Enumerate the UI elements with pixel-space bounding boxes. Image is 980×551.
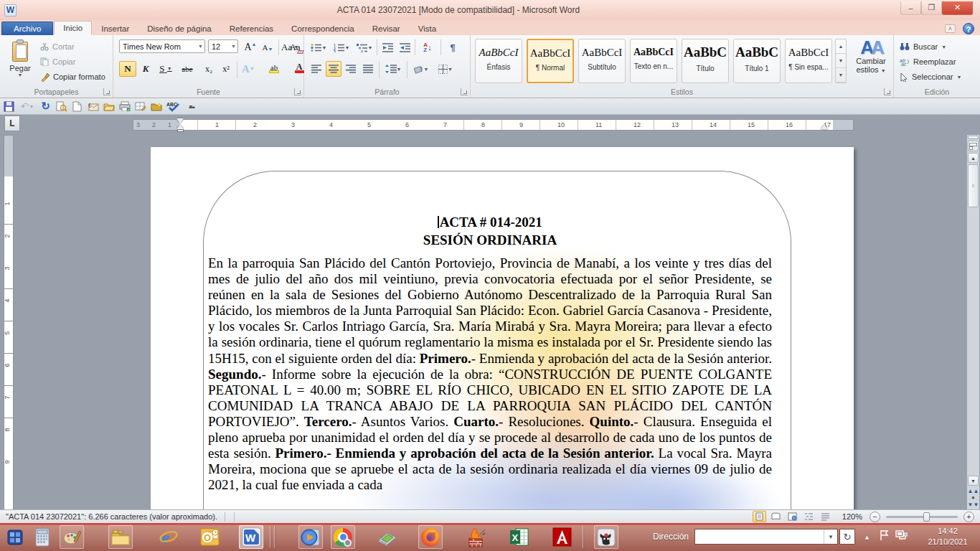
split-handle[interactable] [968, 136, 979, 139]
quick-print-icon[interactable] [118, 100, 131, 113]
tab-diseno-de-pagina[interactable]: Diseño de página [138, 22, 220, 35]
style-normal[interactable]: AaBbCcI ¶ Normal [527, 39, 574, 83]
view-full-screen-icon[interactable] [769, 511, 783, 522]
tab-referencias[interactable]: Referencias [221, 22, 282, 35]
show-marks-button[interactable]: ¶ [445, 39, 461, 55]
undo-icon[interactable]: ↶▼ [18, 100, 37, 113]
ruler-toggle-icon[interactable] [968, 141, 979, 151]
restore-button[interactable]: ❐ [921, 1, 942, 15]
save-icon[interactable] [2, 100, 16, 113]
bullets-button[interactable]: ▼ [308, 39, 329, 55]
right-indent-marker[interactable] [821, 125, 828, 129]
internet-explorer-icon[interactable]: e [156, 525, 181, 549]
left-indent-box-marker[interactable] [177, 129, 184, 132]
address-refresh-icon[interactable]: ↻ [839, 529, 855, 545]
decrease-indent-button[interactable] [380, 39, 395, 55]
format-painter-button[interactable]: Copiar formato [40, 70, 105, 84]
new-document-icon[interactable] [70, 100, 84, 113]
align-right-button[interactable] [343, 61, 359, 77]
document-title[interactable]: ACTA # 014-2021 SESIÓN ORDINARIA [208, 213, 772, 249]
file-explorer-icon[interactable] [108, 525, 133, 549]
align-center-button[interactable] [326, 61, 341, 77]
find-button[interactable]: Buscar▼ [900, 39, 946, 54]
calculator-icon[interactable] [30, 525, 55, 549]
justify-button[interactable] [360, 61, 376, 77]
chrome-icon[interactable] [331, 525, 355, 549]
text-effects-button[interactable]: A▼ [240, 61, 256, 77]
minimize-button[interactable]: – [900, 1, 921, 15]
new-folder-icon[interactable] [149, 100, 163, 113]
italic-button[interactable]: K [138, 61, 154, 77]
tab-selector[interactable]: L [4, 116, 20, 131]
scroll-up-icon[interactable]: ▲ [968, 153, 979, 163]
more-commands-icon[interactable]: ▬▼ [184, 100, 198, 113]
cut-button[interactable]: Cortar [40, 39, 75, 54]
paste-button[interactable]: Pegar ▼ [5, 38, 35, 88]
shrink-font-button[interactable]: A▼ [260, 39, 275, 55]
redo-icon[interactable]: ↻ [39, 100, 52, 113]
superscript-button[interactable]: x² [218, 61, 234, 77]
multilevel-list-button[interactable]: ▼ [354, 39, 374, 55]
subscript-button[interactable]: x₂ [201, 61, 217, 77]
gallery-more-icon[interactable]: ▼ [836, 68, 846, 83]
style-subtitulo[interactable]: AaBbCcI Subtítulo [578, 39, 626, 83]
style-enfasis[interactable]: AaBbCcI Énfasis [475, 39, 522, 83]
minimize-ribbon-icon[interactable]: ˄ [945, 24, 956, 33]
firefox-icon[interactable] [418, 525, 443, 549]
word-taskbar-icon[interactable]: W [239, 525, 263, 549]
view-print-layout-icon[interactable] [753, 511, 766, 522]
close-button[interactable]: ✕ [942, 1, 973, 15]
estilos-dialog-launcher[interactable] [884, 88, 891, 95]
style-titulo-1[interactable]: AaBbC Título 1 [733, 39, 781, 83]
action-center-flag-icon[interactable] [880, 529, 890, 541]
bold-button[interactable]: N [119, 61, 136, 77]
align-left-button[interactable] [308, 61, 324, 77]
parrafo-dialog-launcher[interactable] [461, 88, 468, 95]
zoom-slider-thumb[interactable] [923, 512, 930, 522]
style-texto-en-negrita[interactable]: AaBbCcI Texto en n... [630, 39, 677, 83]
shading-button[interactable]: ▼ [410, 61, 432, 77]
previous-page-icon[interactable]: ▲▲ [968, 487, 979, 494]
zoom-slider[interactable] [886, 516, 958, 518]
network-icon[interactable] [895, 530, 908, 540]
scroll-down-icon[interactable]: ▼ [968, 476, 979, 486]
next-page-icon[interactable]: ▼▼ [968, 501, 979, 508]
tab-correspondencia[interactable]: Correspondencia [283, 22, 363, 35]
line-spacing-button[interactable]: ▼ [382, 61, 404, 77]
view-draft-icon[interactable] [819, 511, 832, 522]
increase-indent-button[interactable] [397, 39, 413, 55]
clear-formatting-button[interactable]: Aa [287, 39, 303, 55]
replace-button[interactable]: abac Reemplazar [900, 55, 956, 69]
help-icon[interactable]: ? [963, 23, 974, 34]
scroll-thumb[interactable]: ≡ [968, 164, 979, 207]
autocad-icon[interactable] [550, 525, 574, 549]
character-count-status[interactable]: "ACTA 014 23072021": 6.266 caracteres (v… [6, 512, 217, 521]
tab-inicio[interactable]: Inicio [54, 21, 92, 35]
style-sin-espaciado[interactable]: AaBbCcI ¶ Sin espa... [785, 39, 832, 83]
first-line-indent-marker[interactable] [176, 118, 184, 123]
sort-button[interactable]: AZ ↓ [418, 39, 438, 55]
outlook-icon[interactable]: O [197, 525, 222, 549]
fuente-dialog-launcher[interactable] [294, 88, 301, 95]
spelling-grammar-icon[interactable]: ABC [165, 100, 182, 113]
copy-button[interactable]: Copiar [40, 55, 75, 69]
media-player-icon[interactable] [298, 525, 323, 549]
portapapeles-dialog-launcher[interactable] [103, 88, 110, 95]
style-titulo[interactable]: AaBbC Título [682, 39, 729, 83]
gallery-up-icon[interactable]: ▲ [836, 39, 846, 54]
view-outline-icon[interactable] [802, 511, 816, 522]
zoom-out-icon[interactable]: − [870, 512, 880, 522]
select-button[interactable]: Seleccionar▼ [900, 70, 961, 84]
tab-insertar[interactable]: Insertar [93, 22, 138, 35]
highlight-button[interactable]: ab [263, 60, 286, 76]
font-size-combo[interactable]: 12▼ [208, 39, 238, 53]
view-web-layout-icon[interactable] [786, 511, 799, 522]
font-name-combo[interactable]: Times New Rom▼ [119, 39, 205, 53]
address-dropdown-icon[interactable]: ▼ [824, 529, 837, 544]
word-app-icon[interactable]: W [4, 4, 17, 17]
print-preview-icon[interactable] [55, 100, 68, 113]
start-button[interactable] [3, 525, 27, 549]
browse-object-icon[interactable]: ● [968, 494, 979, 501]
firewall-icon[interactable] [463, 525, 488, 549]
borders-button[interactable]: ▼ [435, 61, 456, 77]
